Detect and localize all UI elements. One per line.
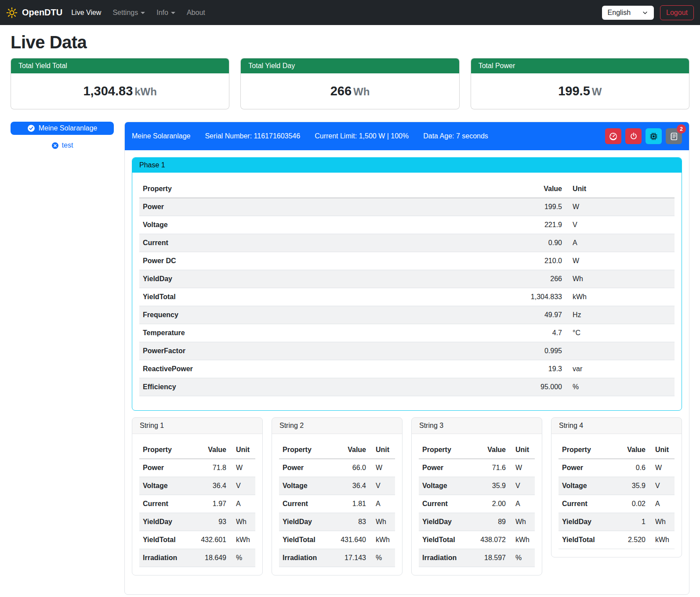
- event-count-badge: 2: [677, 124, 686, 134]
- row-property: Power: [419, 459, 476, 477]
- row-unit: W: [232, 459, 255, 477]
- string-card: String 3 Property Value Unit Power 71.6 …: [411, 417, 542, 575]
- string-card-title: String 3: [412, 418, 542, 434]
- strings-grid: String 1 Property Value Unit Power 71.8 …: [132, 417, 682, 575]
- table-row: Efficiency 95.000 %: [139, 378, 675, 396]
- language-select[interactable]: English: [602, 6, 654, 20]
- row-unit: A: [232, 495, 255, 513]
- row-property: Voltage: [279, 477, 336, 495]
- string-table: Property Value Unit Power 0.6 W Voltage …: [559, 441, 675, 549]
- col-property: Property: [139, 180, 516, 198]
- row-unit: W: [569, 252, 675, 270]
- device-info-button[interactable]: [646, 128, 662, 144]
- table-row: YieldDay 266 Wh: [139, 270, 675, 288]
- row-property: YieldDay: [279, 513, 336, 531]
- phase-panel: Phase 1 Property Value Unit Power: [132, 157, 682, 411]
- inverter-card-header: Meine Solaranlage Serial Number: 1161716…: [125, 122, 689, 150]
- nav-item-about[interactable]: About: [182, 5, 210, 20]
- row-unit: kWh: [569, 288, 675, 306]
- power-icon: [630, 132, 638, 140]
- string-card: String 4 Property Value Unit Power 0.6 W…: [551, 417, 682, 557]
- brand-link[interactable]: OpenDTU: [6, 7, 62, 18]
- logout-button[interactable]: Logout: [660, 5, 694, 20]
- row-value: 35.9: [616, 477, 652, 495]
- row-property: Power: [139, 459, 196, 477]
- row-unit: kWh: [512, 531, 535, 549]
- chevron-down-icon: [642, 10, 648, 16]
- table-row: Irradiation 18.649 %: [139, 549, 255, 567]
- row-value: 83: [336, 513, 372, 531]
- row-unit: %: [512, 549, 535, 567]
- string-table: Property Value Unit Power 71.6 W Voltage…: [419, 441, 535, 567]
- row-unit: V: [652, 477, 675, 495]
- event-log-button[interactable]: 2: [666, 128, 682, 144]
- row-value: 1,304.833: [516, 288, 569, 306]
- row-unit: Wh: [652, 513, 675, 531]
- row-value: 71.6: [476, 459, 512, 477]
- summary-card: Total Power 199.5W: [471, 58, 689, 109]
- inverter-limit: Current Limit: 1,500 W | 100%: [315, 132, 409, 140]
- nav-item-info[interactable]: Info: [152, 5, 180, 20]
- table-row: YieldDay 89 Wh: [419, 513, 535, 531]
- x-circle-icon: [51, 142, 59, 149]
- caret-down-icon: [141, 12, 145, 14]
- string-table: Property Value Unit Power 71.8 W Voltage…: [139, 441, 255, 567]
- row-unit: kWh: [652, 531, 675, 549]
- row-property: Current: [559, 495, 616, 513]
- col-value: Value: [336, 441, 372, 459]
- row-property: Current: [139, 234, 516, 252]
- table-row: YieldTotal 2.520 kWh: [559, 531, 675, 549]
- col-property: Property: [279, 441, 336, 459]
- table-row: YieldDay 83 Wh: [279, 513, 395, 531]
- table-row: Current 1.81 A: [279, 495, 395, 513]
- string-card: String 2 Property Value Unit Power 66.0 …: [272, 417, 403, 575]
- row-property: Irradiation: [139, 549, 196, 567]
- row-unit: A: [652, 495, 675, 513]
- check-circle-icon: [27, 124, 35, 132]
- table-header-row: Property Value Unit: [419, 441, 535, 459]
- inverter-data-age: Data Age: 7 seconds: [423, 132, 488, 140]
- row-value: 0.6: [616, 459, 652, 477]
- row-unit: Wh: [372, 513, 395, 531]
- col-unit: Unit: [512, 441, 535, 459]
- row-value: 89: [476, 513, 512, 531]
- row-value: 18.649: [196, 549, 232, 567]
- sun-icon: [6, 7, 18, 18]
- row-unit: V: [372, 477, 395, 495]
- table-row: PowerFactor 0.995: [139, 342, 675, 360]
- row-value: 432.601: [196, 531, 232, 549]
- cpu-icon: [649, 132, 658, 141]
- inverter-actions: 2: [605, 128, 682, 144]
- row-value: 71.8: [196, 459, 232, 477]
- summary-card-value: 1,304.83: [83, 84, 133, 98]
- row-property: YieldTotal: [419, 531, 476, 549]
- power-control-button[interactable]: [625, 128, 642, 144]
- row-value: 18.597: [476, 549, 512, 567]
- nav-item-live-view[interactable]: Live View: [67, 5, 105, 20]
- limit-settings-button[interactable]: [605, 128, 621, 144]
- inverter-item-test-label: test: [62, 141, 73, 149]
- col-unit: Unit: [569, 180, 675, 198]
- table-header-row: Property Value Unit: [279, 441, 395, 459]
- summary-card-title: Total Yield Total: [11, 58, 229, 73]
- row-unit: W: [652, 459, 675, 477]
- journal-text-icon: [670, 132, 678, 141]
- row-property: Power: [559, 459, 616, 477]
- row-value: 0.90: [516, 234, 569, 252]
- table-row: Irradiation 18.597 %: [419, 549, 535, 567]
- row-unit: [569, 342, 675, 360]
- row-property: Power DC: [139, 252, 516, 270]
- row-property: YieldDay: [419, 513, 476, 531]
- row-value: 36.4: [336, 477, 372, 495]
- table-header-row: Property Value Unit: [139, 180, 675, 198]
- nav-item-settings[interactable]: Settings: [108, 5, 149, 20]
- inverter-item-test[interactable]: test: [11, 141, 114, 149]
- summary-cards: Total Yield Total 1,304.83kWh Total Yiel…: [11, 58, 689, 109]
- table-row: YieldTotal 432.601 kWh: [139, 531, 255, 549]
- row-property: YieldDay: [139, 270, 516, 288]
- row-property: YieldDay: [559, 513, 616, 531]
- row-value: 1.81: [336, 495, 372, 513]
- row-property: YieldTotal: [279, 531, 336, 549]
- inverter-selected-button[interactable]: Meine Solaranlage: [11, 122, 114, 135]
- table-row: Current 2.00 A: [419, 495, 535, 513]
